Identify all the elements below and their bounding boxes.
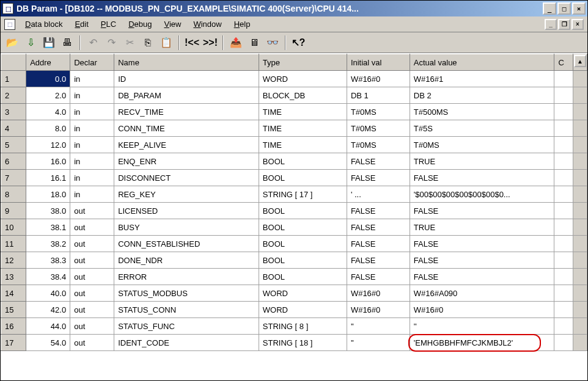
menu-window[interactable]: Window [187,18,227,31]
cell-init[interactable]: FALSE [347,252,410,269]
cell-decl[interactable]: out [70,335,114,351]
row-number[interactable]: 1 [1,71,26,87]
cell-init[interactable]: DB 1 [347,87,410,104]
cell-type[interactable]: BOOL [259,203,347,219]
minimize-button[interactable]: _ [543,2,556,15]
column-header[interactable]: Actual value [410,54,554,71]
cell-addr[interactable]: 42.0 [26,302,70,318]
cell-type[interactable]: WORD [259,71,347,87]
cell-decl[interactable]: out [70,252,114,269]
cell-name[interactable]: DB_PARAM [114,87,259,104]
cell-name[interactable]: RECV_TIME [114,104,259,120]
cell-addr[interactable]: 38.3 [26,252,70,269]
row-number[interactable]: 7 [1,170,26,186]
cell-name[interactable]: CONN_ESTABLISHED [114,236,259,252]
cell-addr[interactable]: 18.0 [26,186,70,203]
column-header[interactable] [1,54,26,71]
cell-init[interactable]: W#16#0 [347,285,410,302]
row-number[interactable]: 14 [1,285,26,302]
cell-addr[interactable]: 2.0 [26,87,70,104]
table-row[interactable]: 1038.1outBUSYBOOLFALSETRUE [1,219,587,236]
cell-addr[interactable]: 44.0 [26,318,70,335]
cell-type[interactable]: BLOCK_DB [259,87,347,104]
cell-name[interactable]: KEEP_ALIVE [114,137,259,153]
cell-actual[interactable]: '$00$00$00$00$00$00$0... [410,186,554,203]
redo-icon[interactable]: ↷ [103,35,119,51]
table-row[interactable]: 22.0inDB_PARAMBLOCK_DBDB 1DB 2 [1,87,587,104]
cell-init[interactable]: FALSE [347,153,410,170]
cell-name[interactable]: CONN_TIME [114,120,259,137]
download-icon[interactable]: ⇩ [23,35,39,51]
cell-addr[interactable]: 4.0 [26,104,70,120]
row-number[interactable]: 15 [1,302,26,318]
cell-decl[interactable]: in [70,104,114,120]
cell-init[interactable]: FALSE [347,219,410,236]
cell-decl[interactable]: in [70,153,114,170]
cell-type[interactable]: STRING [ 18 ] [259,335,347,351]
cell-type[interactable]: BOOL [259,236,347,252]
table-row[interactable]: 616.0inENQ_ENRBOOLFALSETRUE [1,153,587,170]
table-row[interactable]: 512.0inKEEP_ALIVETIMET#0MST#0MS [1,137,587,153]
column-header[interactable]: Addre [26,54,70,71]
cell-decl[interactable]: in [70,120,114,137]
cell-type[interactable]: TIME [259,120,347,137]
cell-type[interactable]: BOOL [259,252,347,269]
context-help-icon[interactable]: ↖? [290,35,306,51]
row-number[interactable]: 12 [1,252,26,269]
cell-decl[interactable]: in [70,170,114,186]
cell-name[interactable]: IDENT_CODE [114,335,259,351]
row-number[interactable]: 6 [1,153,26,170]
cell-init[interactable]: FALSE [347,203,410,219]
save-icon[interactable]: 💾 [41,35,57,51]
cell-name[interactable]: STATUS_CONN [114,302,259,318]
cell-name[interactable]: ENQ_ENR [114,153,259,170]
cell-type[interactable]: STRING [ 17 ] [259,186,347,203]
cell-decl[interactable]: in [70,71,114,87]
menu-plc[interactable]: PLC [95,18,122,31]
cell-addr[interactable]: 38.0 [26,203,70,219]
cell-name[interactable]: ERROR [114,269,259,285]
glasses-icon[interactable]: 👓 [265,35,281,51]
scroll-up-button[interactable]: ▲ [574,55,586,67]
row-number[interactable]: 17 [1,335,26,351]
cell-actual[interactable]: FALSE [410,269,554,285]
cell-actual[interactable]: 'EMHGBBHFMFCJKMBJL2' [410,335,554,351]
cell-name[interactable]: REG_KEY [114,186,259,203]
cell-addr[interactable]: 38.1 [26,219,70,236]
open-icon[interactable]: 📂 [4,35,20,51]
data-grid[interactable]: AddreDeclarNameTypeInitial valActual val… [1,53,587,380]
cell-actual[interactable]: FALSE [410,170,554,186]
cut-icon[interactable]: ✂ [122,35,138,51]
child-minimize-button[interactable]: _ [545,19,557,30]
cell-decl[interactable]: out [70,219,114,236]
column-header[interactable]: Initial val [347,54,410,71]
table-row[interactable]: 10.0inIDWORDW#16#0W#16#1 [1,71,587,87]
cell-name[interactable]: BUSY [114,219,259,236]
cell-actual[interactable]: FALSE [410,252,554,269]
cell-actual[interactable]: W#16#A090 [410,285,554,302]
cell-init[interactable]: '' [347,335,410,351]
cell-init[interactable]: '' [347,318,410,335]
row-number[interactable]: 3 [1,104,26,120]
cell-init[interactable]: ' ... [347,186,410,203]
goto-last-icon[interactable]: >>! [202,35,218,51]
copy-icon[interactable]: ⎘ [140,35,156,51]
undo-icon[interactable]: ↶ [85,35,101,51]
cell-type[interactable]: STRING [ 8 ] [259,318,347,335]
cell-addr[interactable]: 8.0 [26,120,70,137]
paste-icon[interactable]: 📋 [158,35,174,51]
table-row[interactable]: 1338.4outERRORBOOLFALSEFALSE [1,269,587,285]
table-row[interactable]: 818.0inREG_KEYSTRING [ 17 ]' ...'$00$00$… [1,186,587,203]
cell-type[interactable]: BOOL [259,219,347,236]
row-number[interactable]: 5 [1,137,26,153]
cell-init[interactable]: T#0MS [347,120,410,137]
cell-type[interactable]: TIME [259,137,347,153]
cell-decl[interactable]: in [70,87,114,104]
cell-actual[interactable]: W#16#0 [410,302,554,318]
cell-init[interactable]: FALSE [347,170,410,186]
cell-actual[interactable]: T#5S [410,120,554,137]
table-row[interactable]: 716.1inDISCONNECTBOOLFALSEFALSE [1,170,587,186]
child-restore-button[interactable]: ❐ [558,19,570,30]
monitor-icon[interactable]: 🖥 [246,35,262,51]
cell-name[interactable]: STATUS_FUNC [114,318,259,335]
